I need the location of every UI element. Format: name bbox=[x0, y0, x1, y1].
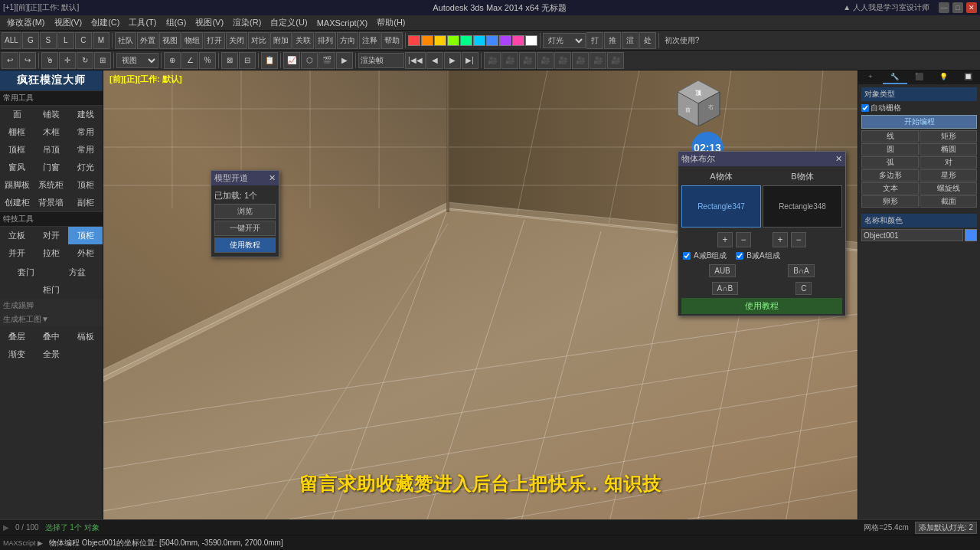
bool-obj-a[interactable]: Rectangle347 bbox=[681, 185, 761, 228]
rp-item-star[interactable]: 星形 bbox=[920, 169, 977, 182]
btn-duibi[interactable]: 对比 bbox=[248, 32, 270, 49]
rp-item-text[interactable]: 文本 bbox=[861, 182, 919, 195]
btn-cam2[interactable]: 🎥 bbox=[501, 52, 518, 69]
section-gen-plan[interactable]: 生成柜工图▼ bbox=[0, 313, 103, 326]
bool-btn-c[interactable]: C bbox=[795, 282, 812, 295]
btn-all[interactable]: ALL bbox=[2, 32, 21, 49]
bool-del-b[interactable]: − bbox=[791, 232, 806, 247]
btn-undo[interactable]: ↩ bbox=[2, 52, 18, 69]
tool-liban[interactable]: 立板 bbox=[0, 227, 34, 244]
rp-item-polygon[interactable]: 多边形 bbox=[861, 169, 919, 182]
btn-render-view[interactable]: ▶ bbox=[336, 52, 353, 69]
btn-wuzu[interactable]: 物组 bbox=[181, 32, 203, 49]
maximize-button[interactable]: □ bbox=[952, 2, 963, 13]
rp-item-circle[interactable]: 圆 bbox=[861, 143, 919, 156]
btn-move[interactable]: ✛ bbox=[59, 52, 76, 69]
rp-item-egg[interactable]: 卵形 bbox=[861, 195, 919, 208]
btn-material[interactable]: ⬡ bbox=[301, 52, 318, 69]
menu-create[interactable]: 创建(C) bbox=[87, 16, 123, 29]
tool-taomen[interactable]: 套门 bbox=[0, 264, 51, 281]
tool-bingkai[interactable]: 并开 bbox=[0, 244, 34, 262]
btn-m[interactable]: M bbox=[93, 32, 109, 49]
rp-start-btn[interactable]: 开始编程 bbox=[861, 115, 977, 129]
btn-layer[interactable]: 📋 bbox=[261, 52, 278, 69]
btn-bangzhu[interactable]: 帮助 bbox=[381, 32, 403, 49]
btn-cam8[interactable]: 🎥 bbox=[607, 52, 624, 69]
rp-object-name[interactable] bbox=[861, 229, 963, 241]
btn-align[interactable]: ⊟ bbox=[239, 52, 256, 69]
btn-fujia[interactable]: 附加 bbox=[270, 32, 292, 49]
btn-shejun[interactable]: 社队 bbox=[115, 32, 136, 49]
btn-mirror[interactable]: ⊠ bbox=[221, 52, 238, 69]
btn-shitu[interactable]: 视图 bbox=[159, 32, 181, 49]
rp-autocreate-check[interactable] bbox=[861, 104, 869, 112]
tool-xitonggu[interactable]: 系统柜 bbox=[34, 176, 69, 194]
btn-cam7[interactable]: 🎥 bbox=[590, 52, 606, 69]
btn-dakai[interactable]: 打开 bbox=[204, 32, 225, 49]
bool-obj-b[interactable]: Rectangle348 bbox=[763, 185, 842, 228]
tool-beiingwall[interactable]: 背景墙 bbox=[34, 194, 69, 211]
menu-maxscript[interactable]: MAXScript(X) bbox=[313, 18, 372, 28]
menu-modifier[interactable]: 修改器(M) bbox=[3, 16, 49, 29]
rp-tab-hierarchy[interactable]: ⬛ bbox=[907, 70, 932, 84]
btn-add-light[interactable]: 添加默认灯光: 2 bbox=[915, 522, 977, 534]
tool-diaodin[interactable]: 吊顶 bbox=[34, 141, 69, 159]
btn-zhushi[interactable]: 注释 bbox=[359, 32, 381, 49]
color-white[interactable] bbox=[525, 35, 537, 46]
menu-group[interactable]: 组(G) bbox=[162, 16, 191, 29]
btn-render-go[interactable]: |◀◀ bbox=[405, 52, 426, 69]
render-output[interactable] bbox=[358, 53, 404, 68]
menu-view2[interactable]: 视图(V) bbox=[191, 16, 227, 29]
bool-btn-bia[interactable]: B∩A bbox=[788, 264, 815, 277]
menu-help[interactable]: 帮助(H) bbox=[373, 16, 409, 29]
tool-dinggu[interactable]: 顶柜 bbox=[68, 176, 103, 194]
tool-dezhong[interactable]: 叠中 bbox=[34, 328, 69, 345]
rp-color-swatch[interactable] bbox=[965, 229, 977, 241]
btn-guanlian[interactable]: 关联 bbox=[292, 32, 314, 49]
dialog-model-loader[interactable]: 模型开道 ✕ 已加载: 1个 浏览 一键开开 使用教程 bbox=[211, 170, 279, 257]
menu-tools[interactable]: 工具(T) bbox=[125, 16, 160, 29]
tool-changyong1[interactable]: 常用 bbox=[68, 123, 103, 141]
rp-item-line[interactable]: 线 bbox=[861, 130, 919, 142]
rp-tab-display[interactable]: 🔲 bbox=[956, 70, 980, 84]
color-orange[interactable] bbox=[421, 35, 433, 46]
rp-item-rect[interactable]: 矩形 bbox=[920, 130, 977, 142]
btn-rotate[interactable]: ↻ bbox=[77, 52, 93, 69]
color-blue[interactable] bbox=[486, 35, 498, 46]
toolbar-select2[interactable]: 视图 bbox=[116, 53, 158, 68]
dialog-bool[interactable]: 物体布尔 ✕ A物体 B物体 Rectangle347 Rectangle348… bbox=[678, 151, 846, 316]
tool-dingkuang[interactable]: 顶框 bbox=[0, 141, 34, 159]
nav-cube[interactable]: 顶 前 右 bbox=[674, 77, 724, 126]
tool-mukuang[interactable]: 木框 bbox=[34, 123, 69, 141]
rp-item-helix[interactable]: 螺旋线 bbox=[920, 182, 977, 195]
tool-gumen[interactable]: 柜门 bbox=[0, 281, 103, 299]
btn-percent[interactable]: % bbox=[199, 52, 216, 69]
bool-del-a[interactable]: − bbox=[736, 232, 751, 247]
menu-custom[interactable]: 自定义(U) bbox=[266, 16, 311, 29]
dialog-bool-close[interactable]: ✕ bbox=[835, 154, 842, 164]
color-pink[interactable] bbox=[512, 35, 524, 46]
tool-dinggu2[interactable]: 顶柜 bbox=[68, 227, 103, 244]
btn-next-frame[interactable]: ▶| bbox=[462, 52, 479, 69]
btn-g[interactable]: G bbox=[22, 32, 39, 49]
rp-tab-modify[interactable]: 🔧 bbox=[883, 70, 907, 84]
color-red[interactable] bbox=[408, 35, 420, 46]
tool-chuangfeng[interactable]: 窗风 bbox=[0, 159, 34, 176]
tool-tijiaob[interactable]: 踢脚板 bbox=[0, 176, 34, 194]
color-yellow[interactable] bbox=[434, 35, 446, 46]
btn-guanbi[interactable]: 关闭 bbox=[226, 32, 247, 49]
tool-jianbian[interactable]: 渐变 bbox=[0, 345, 34, 363]
bool-add-b[interactable]: + bbox=[773, 232, 788, 247]
bool-btn-anb[interactable]: A∩B bbox=[712, 282, 739, 295]
tool-fugu[interactable]: 副柜 bbox=[68, 194, 103, 211]
btn-angle[interactable]: ∠ bbox=[181, 52, 198, 69]
dialog-model-use[interactable]: 使用教程 bbox=[214, 237, 276, 253]
btn-select[interactable]: 🖱 bbox=[41, 52, 58, 69]
color-cyan[interactable] bbox=[473, 35, 485, 46]
btn-s[interactable]: S bbox=[40, 32, 57, 49]
btn-cam6[interactable]: 🎥 bbox=[572, 52, 589, 69]
color-lime[interactable] bbox=[447, 35, 459, 46]
color-purple[interactable] bbox=[499, 35, 511, 46]
tool-lagu[interactable]: 拉柜 bbox=[34, 244, 69, 262]
tool-quanjing[interactable]: 全景 bbox=[34, 345, 69, 363]
